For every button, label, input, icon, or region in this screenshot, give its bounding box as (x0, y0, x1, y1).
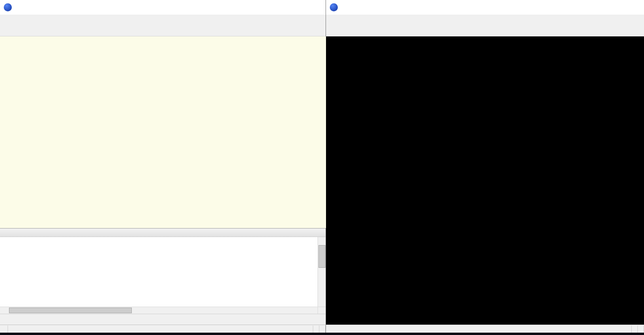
scrollbar-corner (318, 307, 326, 314)
scroll-up-icon[interactable] (318, 237, 326, 244)
waveform-plot[interactable] (326, 36, 644, 325)
scroll-down-icon[interactable] (318, 300, 326, 307)
output-window-header[interactable] (0, 228, 326, 237)
output-hscrollbar[interactable] (0, 307, 326, 314)
scroll-left-icon[interactable] (0, 307, 8, 314)
right-titlebar[interactable] (326, 0, 644, 15)
overwrite-indicator (638, 326, 644, 333)
scroll-right-icon[interactable] (309, 307, 318, 314)
statusbar-spacer (337, 326, 632, 333)
left-titlebar[interactable] (0, 0, 326, 15)
right-toolbar (326, 25, 644, 36)
statusbar-spacer (8, 326, 313, 333)
right-menubar (326, 15, 644, 25)
overwrite-indicator (319, 326, 326, 333)
schematic-canvas[interactable] (0, 36, 326, 228)
hscroll-track[interactable] (8, 307, 309, 314)
left-menubar (0, 15, 326, 25)
plot-hint-text (330, 326, 337, 333)
right-statusbar (326, 325, 644, 333)
caps-indicator (632, 326, 638, 333)
schematic-window (0, 0, 326, 333)
output-vscrollbar[interactable] (318, 237, 326, 307)
waveform-window (326, 0, 644, 333)
tab-bar (0, 314, 326, 325)
hscroll-thumb[interactable] (9, 308, 132, 313)
left-statusbar (0, 325, 326, 333)
vscroll-track[interactable] (318, 244, 326, 300)
qspice-logo-icon (4, 3, 12, 11)
background-window-strip (0, 333, 644, 335)
left-toolbar (0, 25, 326, 36)
caps-indicator (313, 326, 319, 333)
vscroll-thumb[interactable] (318, 245, 326, 268)
output-log[interactable] (0, 237, 326, 307)
qspice-logo-icon (330, 3, 338, 11)
cursor-coordinates (0, 326, 8, 333)
